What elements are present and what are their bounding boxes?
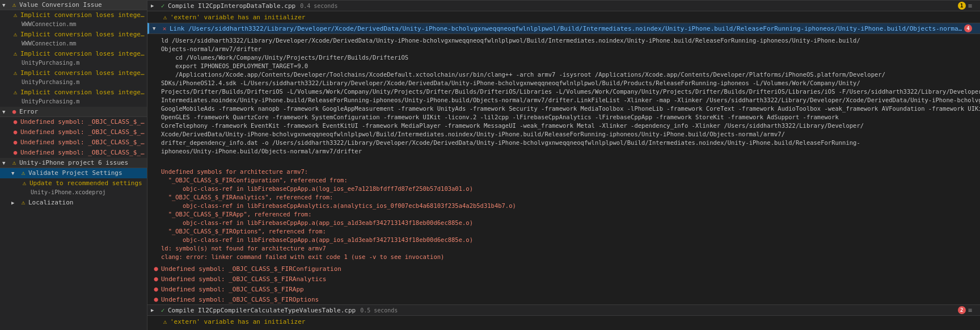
item-file: UnityPurchasing.m (22, 97, 145, 106)
warning-icon-unity: ⚠ (10, 159, 18, 166)
expand-arrow-value-conversion: ▼ (2, 2, 9, 8)
warning-icon-extern-bottom: ⚠ (161, 318, 169, 325)
ld-command-block: ld /Users/siddharth3322/Library/Develope… (147, 34, 980, 158)
error-icon-fir-options: ● (152, 295, 160, 303)
check-icon-compile-bottom: ✓ (159, 307, 167, 314)
compile-top-header[interactable]: ▶ ✓ Compile Il2CppInteropDataTable.cpp 0… (147, 0, 980, 11)
expand-arrow-link: ▼ (153, 26, 159, 31)
error-badge-4: 4 (964, 24, 972, 32)
compile-top-label: Compile Il2CppInteropDataTable.cpp (168, 2, 295, 10)
value-conversion-group[interactable]: ▼ ⚠ Value Conversion Issue (0, 0, 147, 10)
error-badge-2: 2 (958, 306, 966, 314)
error-icon-fir-config: ● (152, 265, 160, 273)
item-file: WWWConnection.mm (22, 20, 145, 29)
compile-top-section: ▶ ✓ Compile Il2CppInteropDataTable.cpp 0… (147, 0, 980, 23)
list-item[interactable]: ⚠ Implicit conversion loses integer prec… (0, 30, 147, 49)
item-text: Undefined symbol: _OBJC_CLASS_$_FIROptio… (20, 148, 145, 157)
list-item[interactable]: ● Undefined symbol: _OBJC_CLASS_$_FIRCon… (0, 117, 147, 127)
warning-icon: ⚠ (11, 88, 19, 97)
list-item-fir-analytics[interactable]: ● Undefined symbol: _OBJC_CLASS_$_FIRAna… (147, 274, 980, 284)
right-badge-warning: 1 ≡ (956, 2, 977, 10)
error-group[interactable]: ▼ ● Error (0, 107, 147, 117)
warning-icon: ⚠ (11, 69, 19, 78)
list-item-fir-app[interactable]: ● Undefined symbol: _OBJC_CLASS_$_FIRApp (147, 284, 980, 294)
localization-item[interactable]: ▶ ⚠ Localization (0, 198, 147, 208)
value-conversion-items: ⚠ Implicit conversion loses integer prec… (0, 10, 147, 107)
validate-label: Validate Project Settings (28, 169, 145, 178)
check-icon-compile: ✓ (159, 2, 167, 10)
expand-arrow-unity: ▼ (2, 160, 9, 166)
validate-project-settings-item[interactable]: ▼ ⚠ Validate Project Settings (0, 168, 147, 178)
warning-icon: ⚠ (11, 30, 19, 39)
fir-app-text: Undefined symbol: _OBJC_CLASS_$_FIRApp (161, 286, 304, 293)
extern-warning-text-bottom: 'extern' variable has an initializer (170, 318, 305, 325)
list-item[interactable]: ⚠ Implicit conversion loses integer prec… (0, 10, 147, 30)
warning-icon-localization: ⚠ (19, 198, 27, 207)
value-conversion-label: Value Conversion Issue (19, 1, 145, 9)
compile-top-time: 0.4 seconds (300, 3, 337, 9)
extern-warning-top[interactable]: ⚠ 'extern' variable has an initializer (147, 11, 980, 23)
lines-icon-top: ≡ (968, 2, 972, 10)
error-icon: ● (11, 138, 19, 147)
list-item[interactable]: ● Undefined symbol: _OBJC_CLASS_$_FIRAna… (0, 127, 147, 137)
expand-arrow-validate: ▼ (11, 169, 18, 178)
ld-command-text: ld /Users/siddharth3322/Library/Develope… (161, 36, 966, 156)
compile-bottom-time: 0.5 seconds (360, 307, 398, 314)
item-text: Undefined symbol: _OBJC_CLASS_$_FIRApp (20, 138, 145, 147)
item-text: Undefined symbol: _OBJC_CLASS_$_FIRConfi… (20, 118, 145, 127)
link-main-section: ▼ ✕ Link /Users/siddharth3322/Library/De… (147, 23, 980, 264)
compile-bottom-label: Compile Il2CppCompilerCalculateTypeValue… (168, 307, 356, 314)
expand-arrow-compile-top: ▶ (151, 3, 158, 9)
expand-arrow-localization: ▶ (11, 198, 18, 207)
localization-label: Localization (28, 198, 145, 207)
list-item[interactable]: ⚠ Implicit conversion loses integer prec… (0, 49, 147, 68)
warning-icon: ⚠ (11, 11, 19, 20)
list-item[interactable]: ⚠ Implicit conversion loses integer prec… (0, 68, 147, 87)
right-badge-compile-bottom: 2 ≡ (956, 306, 977, 314)
build-log-panel: ▶ ✓ Compile Il2CppInteropDataTable.cpp 0… (147, 0, 980, 330)
error-icon-group: ● (10, 108, 18, 115)
fir-config-text: Undefined symbol: _OBJC_CLASS_$_FIRConfi… (161, 265, 341, 273)
item-text: Implicit conversion loses integer precis… (20, 30, 145, 39)
lines-icon-bottom: ≡ (968, 306, 972, 314)
link-main-header[interactable]: ▼ ✕ Link /Users/siddharth3322/Library/De… (147, 23, 980, 34)
list-item-fir-config[interactable]: ● Undefined symbol: _OBJC_CLASS_$_FIRCon… (147, 264, 980, 274)
compile-bottom-section: ▶ ✓ Compile Il2CppCompilerCalculateTypeV… (147, 304, 980, 327)
item-text: Undefined symbol: _OBJC_CLASS_$_FIRAnaly… (20, 128, 145, 137)
link-label: Link /Users/siddharth3322/Library/Develo… (170, 25, 962, 32)
list-item[interactable]: ⚠ Update to recommended settings Unity-i… (0, 178, 147, 198)
update-text: Update to recommended settings (29, 179, 145, 188)
extern-warning-bottom[interactable]: ⚠ 'extern' variable has an initializer (147, 316, 980, 327)
item-text: Implicit conversion loses integer precis… (20, 69, 145, 78)
unity-iphone-label: Unity-iPhone project 6 issues (19, 159, 145, 166)
warning-icon-validate: ⚠ (19, 169, 27, 178)
issues-panel: ▼ ⚠ Value Conversion Issue ⚠ Implicit co… (0, 0, 147, 330)
list-item[interactable]: ● Undefined symbol: _OBJC_CLASS_$_FIROpt… (0, 148, 147, 158)
error-icon: ● (11, 128, 19, 137)
fir-analytics-text: Undefined symbol: _OBJC_CLASS_$_FIRAnaly… (161, 275, 326, 283)
right-badge-error-link: 4 (962, 24, 977, 32)
unity-iphone-group[interactable]: ▼ ⚠ Unity-iPhone project 6 issues (0, 158, 147, 168)
error-icon: ● (11, 118, 19, 127)
fir-options-text: Undefined symbol: _OBJC_CLASS_$_FIROptio… (161, 296, 319, 303)
expand-arrow-compile-bottom: ▶ (151, 307, 158, 313)
update-file: Unity-iPhone.xcodeproj (31, 188, 145, 197)
item-file: UnityPurchasing.m (22, 78, 145, 87)
log-area[interactable]: ▶ ✓ Compile Il2CppInteropDataTable.cpp 0… (147, 0, 980, 330)
error-icon-fir-analytics: ● (152, 275, 160, 283)
list-item-fir-options[interactable]: ● Undefined symbol: _OBJC_CLASS_$_FIROpt… (147, 294, 980, 304)
list-item[interactable]: ⚠ Implicit conversion loses integer prec… (0, 87, 147, 107)
warning-icon-update: ⚠ (20, 179, 28, 188)
error-icon-link: ✕ (160, 25, 168, 32)
item-text: Implicit conversion loses integer precis… (20, 49, 145, 59)
error-block-text: Undefined symbols for architecture armv7… (161, 159, 966, 261)
bottom-error-list: ● Undefined symbol: _OBJC_CLASS_$_FIRCon… (147, 264, 980, 304)
warning-badge-1: 1 (958, 2, 966, 10)
error-block: Undefined symbols for architecture armv7… (147, 158, 980, 264)
compile-bottom-header[interactable]: ▶ ✓ Compile Il2CppCompilerCalculateTypeV… (147, 304, 980, 316)
list-item[interactable]: ● Undefined symbol: _OBJC_CLASS_$_FIRApp (0, 137, 147, 148)
item-file: UnityPurchasing.m (22, 59, 145, 68)
error-group-label: Error (19, 108, 145, 115)
item-text: Implicit conversion loses integer precis… (20, 88, 145, 97)
warning-icon-extern-top: ⚠ (161, 14, 169, 21)
